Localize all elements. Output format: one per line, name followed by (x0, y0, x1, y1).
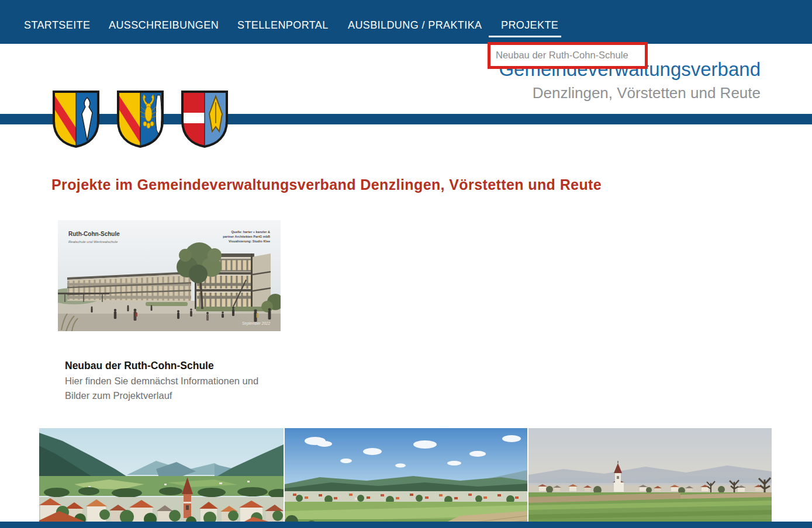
active-tab-underline (489, 36, 561, 37)
image-credit-line1: Quelle: harter + kanzler & (231, 230, 271, 234)
nav-item-stellenportal[interactable]: STELLENPORTAL (237, 18, 329, 33)
project-card-title[interactable]: Neubau der Ruth-Cohn-Schule (65, 360, 214, 372)
image-credit-line2: partner Architekten PartG mbB (223, 235, 270, 238)
site-logo-crests (51, 89, 229, 149)
image-caption-title: Ruth-Cohn-Schule (68, 231, 120, 237)
main-navigation: STARTSEITE AUSSCHREIBUNGEN STELLENPORTAL… (0, 0, 812, 44)
site-subtitle: Denzlingen, Vörstetten und Reute (499, 83, 761, 103)
page: STARTSEITE AUSSCHREIBUNGEN STELLENPORTAL… (0, 0, 812, 528)
image-caption-subtitle: Realschule und Werkrealschule (68, 240, 118, 244)
nav-item-projekte[interactable]: PROJEKTE (501, 18, 558, 33)
crest-voerstetten (116, 89, 165, 149)
nav-item-ausschreibungen[interactable]: AUSSCHREIBUNGEN (109, 18, 219, 33)
dropdown-item-neubau-ruth-cohn-schule[interactable]: Neubau der Ruth-Cohn-Schule (490, 44, 645, 66)
photo-denzlingen (39, 428, 284, 528)
footer-bar (0, 522, 812, 528)
photo-voerstetten (285, 428, 527, 528)
photo-reute (528, 428, 772, 528)
nav-item-ausbildung-praktika[interactable]: AUSBILDUNG / PRAKTIKA (348, 18, 482, 33)
crest-reute (180, 89, 229, 149)
project-card-description: Hier finden Sie demnächst Informationen … (65, 374, 273, 402)
project-image-ruth-cohn-schule[interactable]: Ruth-Cohn-Schule Realschule und Werkreal… (58, 220, 281, 331)
image-credit-line3: Visualisierung: Studio Klee (229, 239, 270, 243)
page-title: Projekte im Gemeindeverwaltungsverband D… (51, 176, 602, 193)
projekte-dropdown-menu: Neubau der Ruth-Cohn-Schule (490, 44, 645, 66)
nav-item-startseite[interactable]: STARTSEITE (24, 18, 90, 33)
image-date-label: September 2022 (242, 321, 270, 326)
crest-denzlingen (51, 89, 101, 149)
footer-photo-strip (39, 428, 772, 528)
